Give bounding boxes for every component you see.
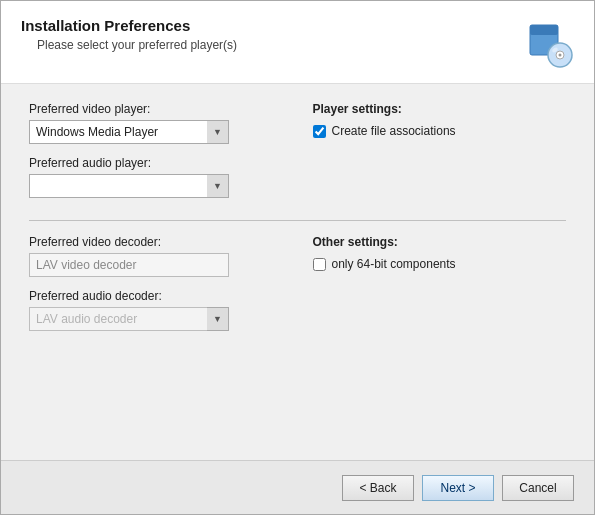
video-player-group: Preferred video player: Windows Media Pl… bbox=[29, 102, 283, 144]
section-divider bbox=[29, 220, 566, 221]
video-player-select[interactable]: Windows Media Player VLC media player MP… bbox=[29, 120, 229, 144]
video-decoder-group: Preferred video decoder: bbox=[29, 235, 283, 277]
audio-decoder-label: Preferred audio decoder: bbox=[29, 289, 283, 303]
dialog-footer: < Back Next > Cancel bbox=[1, 460, 594, 514]
create-associations-row: Create file associations bbox=[313, 124, 567, 138]
video-player-select-wrapper[interactable]: Windows Media Player VLC media player MP… bbox=[29, 120, 229, 144]
bottom-right-column: Other settings: only 64-bit components bbox=[303, 235, 567, 343]
svg-point-4 bbox=[559, 54, 562, 57]
bottom-columns: Preferred video decoder: Preferred audio… bbox=[29, 235, 566, 343]
dialog-title: Installation Preferences bbox=[21, 17, 237, 34]
right-column: Player settings: Create file association… bbox=[303, 102, 567, 210]
player-settings-group: Player settings: Create file association… bbox=[313, 102, 567, 138]
only-64bit-checkbox[interactable] bbox=[313, 258, 326, 271]
header-text: Installation Preferences Please select y… bbox=[21, 17, 237, 52]
content-spacer bbox=[29, 343, 566, 450]
create-associations-checkbox[interactable] bbox=[313, 125, 326, 138]
video-player-label: Preferred video player: bbox=[29, 102, 283, 116]
dialog-subtitle: Please select your preferred player(s) bbox=[37, 38, 237, 52]
header-icon bbox=[522, 17, 574, 69]
other-settings-title: Other settings: bbox=[313, 235, 567, 249]
dialog-header: Installation Preferences Please select y… bbox=[1, 1, 594, 84]
audio-player-select[interactable]: Windows Media Player Winamp foobar2000 bbox=[29, 174, 229, 198]
installation-dialog: Installation Preferences Please select y… bbox=[0, 0, 595, 515]
video-decoder-input bbox=[29, 253, 229, 277]
video-decoder-input-wrapper bbox=[29, 253, 229, 277]
cancel-button[interactable]: Cancel bbox=[502, 475, 574, 501]
audio-player-group: Preferred audio player: Windows Media Pl… bbox=[29, 156, 283, 198]
svg-rect-1 bbox=[530, 25, 558, 35]
audio-player-select-wrapper[interactable]: Windows Media Player Winamp foobar2000 bbox=[29, 174, 229, 198]
next-button[interactable]: Next > bbox=[422, 475, 494, 501]
dialog-content: Preferred video player: Windows Media Pl… bbox=[1, 84, 594, 460]
bottom-left-column: Preferred video decoder: Preferred audio… bbox=[29, 235, 303, 343]
only-64bit-row: only 64-bit components bbox=[313, 257, 567, 271]
audio-decoder-select: LAV audio decoder bbox=[29, 307, 229, 331]
only-64bit-label[interactable]: only 64-bit components bbox=[332, 257, 456, 271]
audio-player-label: Preferred audio player: bbox=[29, 156, 283, 170]
video-decoder-label: Preferred video decoder: bbox=[29, 235, 283, 249]
create-associations-label[interactable]: Create file associations bbox=[332, 124, 456, 138]
left-column: Preferred video player: Windows Media Pl… bbox=[29, 102, 303, 210]
audio-decoder-select-wrapper: LAV audio decoder bbox=[29, 307, 229, 331]
player-settings-title: Player settings: bbox=[313, 102, 567, 116]
other-settings-group: Other settings: only 64-bit components bbox=[313, 235, 567, 271]
back-button[interactable]: < Back bbox=[342, 475, 414, 501]
installer-icon-svg bbox=[522, 17, 574, 69]
main-columns: Preferred video player: Windows Media Pl… bbox=[29, 102, 566, 210]
audio-decoder-group: Preferred audio decoder: LAV audio decod… bbox=[29, 289, 283, 331]
